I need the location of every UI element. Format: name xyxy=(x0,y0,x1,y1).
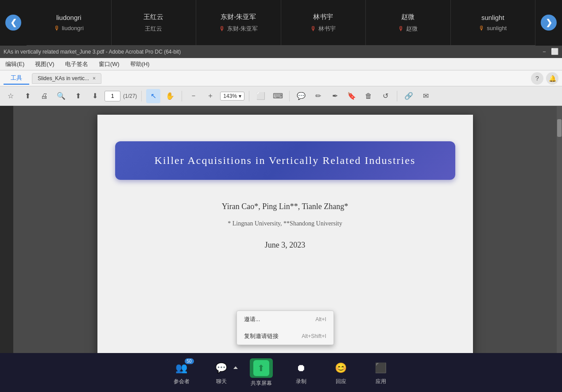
participant-name-top: liudongri xyxy=(56,14,81,21)
participant-name-top: 东财-朱亚军 xyxy=(221,13,256,21)
divider xyxy=(182,91,182,101)
comment-button[interactable]: 💬 xyxy=(294,89,308,103)
highlight-button[interactable]: ✒ xyxy=(328,89,342,103)
apps-label: 应用 xyxy=(376,378,386,385)
participant-name-bottom: 🎙 赵微 xyxy=(398,25,418,33)
participants-button[interactable]: 👥 50 参会者 xyxy=(162,353,202,392)
mic-icon: 🎙 xyxy=(398,25,404,32)
minimize-button[interactable]: － xyxy=(541,48,547,56)
share-screen-icon-wrap: ⬆ xyxy=(250,358,273,378)
bookmark-button[interactable]: ☆ xyxy=(4,89,18,103)
mic-icon: 🎙 xyxy=(310,25,317,32)
context-menu-copy-link-shortcut: Alt+Shift+I xyxy=(302,333,326,339)
menu-view[interactable]: 视图(V) xyxy=(33,59,56,69)
slide-date: June 3, 2023 xyxy=(115,241,455,250)
left-nav-arrow[interactable]: ❮ xyxy=(0,0,27,46)
participant-name-bottom: 🎙 林书宇 xyxy=(310,25,336,33)
send-button[interactable]: ✉ xyxy=(419,89,433,103)
delete-button[interactable]: 🗑 xyxy=(361,89,376,103)
restore-button[interactable]: ⬜ xyxy=(551,48,558,56)
fit-page-button[interactable]: ⬜ xyxy=(254,89,268,103)
pdf-area: Killer Acquisitions in Vertically Relate… xyxy=(13,106,557,353)
tab-tools[interactable]: 工具 xyxy=(4,72,29,85)
react-button[interactable]: 😊 回应 xyxy=(321,353,361,392)
keyboard-button[interactable]: ⌨ xyxy=(271,89,285,103)
participant-name-bottom: 🎙 sunlight xyxy=(479,25,507,32)
undo-button[interactable]: ↺ xyxy=(378,89,392,103)
participant-item[interactable]: 林书宇 🎙 林书宇 xyxy=(281,0,366,45)
share-button[interactable]: ⬆ xyxy=(20,89,35,103)
zoom-plus-button[interactable]: ＋ xyxy=(203,89,217,103)
notification-button[interactable]: 🔔 xyxy=(546,72,558,85)
tab-label: Slides_KAs in vertic... xyxy=(38,75,89,82)
participant-item[interactable]: 东财-朱亚军 🎙 东财-朱亚军 xyxy=(196,0,281,45)
link-button[interactable]: 🔗 xyxy=(402,89,416,103)
stamp-button[interactable]: 🔖 xyxy=(345,89,359,103)
record-label: 录制 xyxy=(296,378,306,385)
page-down-button[interactable]: ⬇ xyxy=(88,89,102,103)
context-menu-invite-label: 邀请... xyxy=(244,315,260,323)
participant-item[interactable]: 王红云 王红云 xyxy=(112,0,197,45)
right-scrollbar[interactable] xyxy=(557,106,562,353)
zoom-minus-button[interactable]: － xyxy=(186,89,201,103)
page-total-label: (1/27) xyxy=(123,93,137,99)
mic-icon: 🎙 xyxy=(54,25,60,32)
divider xyxy=(141,91,142,101)
zoom-value: 143% xyxy=(223,93,237,99)
scrollbar-thumb[interactable] xyxy=(557,119,562,137)
tab-document[interactable]: Slides_KAs in vertic... × xyxy=(32,73,101,84)
page-number-input[interactable] xyxy=(105,91,120,101)
participant-item[interactable]: 赵微 🎙 赵微 xyxy=(366,0,451,45)
slide-title-box: Killer Acquisitions in Vertically Relate… xyxy=(115,141,455,180)
chat-button[interactable]: 💬 聊天 xyxy=(202,353,241,392)
apps-button[interactable]: ⬛ 应用 xyxy=(361,353,401,392)
record-icon: ⏺ xyxy=(293,360,309,376)
react-label: 回应 xyxy=(336,378,346,385)
mic-icon: 🎙 xyxy=(479,25,485,32)
right-nav-arrow[interactable]: ❯ xyxy=(535,0,562,46)
participant-name-top: 林书宇 xyxy=(313,13,333,21)
page-up-button[interactable]: ⬆ xyxy=(71,89,85,103)
share-screen-icon: ⬆ xyxy=(253,360,269,376)
record-button[interactable]: ⏺ 录制 xyxy=(281,353,321,392)
menu-edit[interactable]: 编辑(E) xyxy=(4,59,26,69)
acrobat-title-bar: KAs in vertically related market_June 3.… xyxy=(0,46,562,58)
participant-item[interactable]: sunlight 🎙 sunlight xyxy=(451,0,536,45)
zoom-out-view-button[interactable]: 🔍 xyxy=(54,89,68,103)
participant-name-top: sunlight xyxy=(481,14,504,21)
divider xyxy=(289,91,290,101)
share-screen-button[interactable]: ⬆ 共享屏幕 xyxy=(241,353,281,392)
menu-esign[interactable]: 电子签名 xyxy=(63,59,90,69)
apps-icon: ⬛ xyxy=(373,360,389,376)
slide-authors: Yiran Cao*, Ping Lin**, Tianle Zhang* xyxy=(115,202,455,211)
print-button[interactable]: 🖨 xyxy=(37,89,51,103)
menu-help[interactable]: 帮助(H) xyxy=(128,59,151,69)
slide-title-text: Killer Acquisitions in Vertically Relate… xyxy=(133,155,438,167)
menu-bar: 编辑(E) 视图(V) 电子签名 窗口(W) 帮助(H) xyxy=(0,58,562,70)
menu-window[interactable]: 窗口(W) xyxy=(97,59,121,69)
right-arrow-icon: ❯ xyxy=(541,15,557,31)
participant-item[interactable]: liudongri 🎙 liudongri xyxy=(27,0,112,45)
left-panel xyxy=(0,106,13,353)
participants-list: liudongri 🎙 liudongri 王红云 王红云 东财-朱亚军 🎙 东… xyxy=(27,0,535,45)
pdf-slide: Killer Acquisitions in Vertically Relate… xyxy=(97,115,473,353)
slide-affiliation: * Lingnan University, **Shandong Univers… xyxy=(115,220,455,227)
zoom-level-selector[interactable]: 143% ▾ xyxy=(220,92,244,101)
divider xyxy=(249,91,249,101)
pen-button[interactable]: ✏ xyxy=(311,89,325,103)
acrobat-title-controls: － ⬜ xyxy=(541,48,558,56)
context-menu-copy-link[interactable]: 复制邀请链接 Alt+Shift+I xyxy=(237,328,333,345)
tab-close-button[interactable]: × xyxy=(93,75,96,82)
bottom-bar: 👥 50 参会者 💬 聊天 ⬆ 共享屏幕 ⏺ 录制 😊 回应 ⬛ 应用 xyxy=(0,353,562,392)
participant-bar: ❮ liudongri 🎙 liudongri 王红云 王红云 东财-朱亚军 🎙… xyxy=(0,0,562,46)
context-menu-invite-shortcut: Alt+I xyxy=(315,316,326,322)
help-button[interactable]: ? xyxy=(531,72,543,85)
cursor-tool-button[interactable]: ↖ xyxy=(146,89,160,103)
react-icon: 😊 xyxy=(333,360,349,376)
participants-label: 参会者 xyxy=(174,378,190,385)
slide-inner: Killer Acquisitions in Vertically Relate… xyxy=(97,115,473,268)
mic-icon: 🎙 xyxy=(219,25,225,32)
hand-tool-button[interactable]: ✋ xyxy=(163,89,177,103)
divider xyxy=(397,91,397,101)
context-menu-invite[interactable]: 邀请... Alt+I xyxy=(237,311,333,328)
